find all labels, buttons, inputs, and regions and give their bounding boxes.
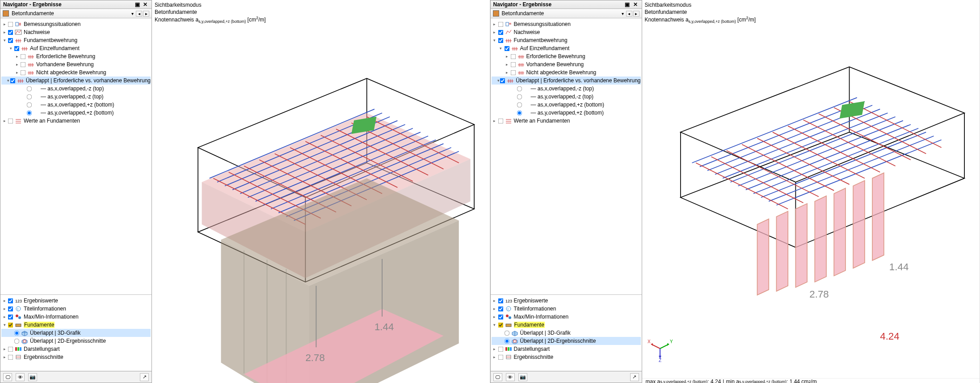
nav-next-button[interactable]: ▸ xyxy=(633,11,639,17)
checkbox[interactable] xyxy=(498,354,503,360)
checkbox[interactable] xyxy=(498,298,503,303)
nav-prev-button[interactable]: ◂ xyxy=(136,11,142,17)
chevron-down-icon[interactable]: ▾ xyxy=(622,11,624,16)
radio[interactable] xyxy=(517,86,522,91)
checkbox[interactable] xyxy=(510,62,516,67)
radio[interactable] xyxy=(27,86,32,91)
radio[interactable] xyxy=(517,102,522,107)
checkbox[interactable] xyxy=(21,62,26,67)
twisty-icon[interactable]: ▸ xyxy=(14,54,20,59)
close-icon[interactable]: ✕ xyxy=(142,1,149,8)
viewport-canvas-2d[interactable]: 2.78 1.44 4.24 X Y Z xyxy=(642,25,980,378)
tree-item-radio-3[interactable]: — as,x,overlapped,+z (bottom) xyxy=(492,101,641,109)
checkbox[interactable] xyxy=(504,46,509,51)
twisty-icon[interactable]: ▸ xyxy=(14,70,20,75)
tree-item-radio-2[interactable]: — as,y,overlapped,-z (top) xyxy=(1,93,151,101)
tree-item-werte[interactable]: ▸Werte an Fundamenten xyxy=(492,117,641,125)
eye-button[interactable]: 👁 xyxy=(506,373,515,381)
misc-button[interactable]: ↗ xyxy=(140,373,149,381)
radio[interactable] xyxy=(504,338,509,344)
checkbox[interactable] xyxy=(8,30,13,35)
checkbox[interactable] xyxy=(498,346,503,352)
tree-item-radio-1[interactable]: — as,x,overlapped,-z (top) xyxy=(1,85,151,93)
checkbox[interactable] xyxy=(8,298,13,303)
radio[interactable] xyxy=(504,330,509,336)
checkbox[interactable] xyxy=(8,322,13,328)
twisty-icon[interactable]: ▸ xyxy=(1,119,8,123)
screenshot-button[interactable]: 🖵 xyxy=(3,373,12,381)
checkbox[interactable] xyxy=(8,38,13,43)
checkbox[interactable] xyxy=(21,54,26,59)
tree-item-radio-4[interactable]: — as,y,overlapped,+z (bottom) xyxy=(1,109,151,117)
checkbox[interactable] xyxy=(8,21,13,27)
tree-item-titelinfo[interactable]: ▸iTitelinformationen xyxy=(492,305,641,313)
tree-item-ueberlappt[interactable]: ▾ Überlappt | Erforderliche vs. vorhande… xyxy=(1,77,151,85)
tree-item-3d[interactable]: Überlappt | 3D-Grafik xyxy=(1,329,151,337)
twisty-icon[interactable]: ▾ xyxy=(1,38,8,43)
checkbox[interactable] xyxy=(498,322,503,328)
camera-button[interactable]: 📷 xyxy=(518,373,527,381)
tree-item-bemessung[interactable]: ▸Bemessungssituationen xyxy=(492,20,641,28)
twisty-icon[interactable]: ▾ xyxy=(7,78,9,83)
twisty-icon[interactable]: ▸ xyxy=(1,306,8,311)
nav-next-button[interactable]: ▸ xyxy=(143,11,149,17)
checkbox[interactable] xyxy=(498,30,503,35)
twisty-icon[interactable]: ▸ xyxy=(14,62,20,67)
checkbox[interactable] xyxy=(14,46,20,51)
tree-item-titelinfo[interactable]: ▸ i Titelinformationen xyxy=(1,305,151,313)
tree-item-maxmin[interactable]: ▸Max/Min-Informationen xyxy=(492,313,641,321)
twisty-icon[interactable]: ▸ xyxy=(1,30,8,34)
tree-item-darstell[interactable]: ▸ Darstellungsart xyxy=(1,345,151,353)
twisty-icon[interactable]: ▾ xyxy=(8,46,14,51)
checkbox[interactable] xyxy=(498,21,503,27)
checkbox[interactable] xyxy=(498,38,503,43)
tree-item-ergschnitte[interactable]: ▸Ergebnisschnitte xyxy=(492,353,641,361)
checkbox[interactable] xyxy=(21,70,26,75)
tree-item-nachweise[interactable]: ▸ Nachweise xyxy=(1,28,151,36)
checkbox[interactable] xyxy=(510,54,516,59)
checkbox[interactable] xyxy=(8,354,13,360)
radio[interactable] xyxy=(14,338,20,344)
misc-button[interactable]: ↗ xyxy=(630,373,639,381)
checkbox[interactable] xyxy=(510,70,516,75)
tree-item-bemessung[interactable]: ▸ Bemessungssituationen xyxy=(1,20,151,28)
checkbox[interactable] xyxy=(10,78,15,83)
checkbox[interactable] xyxy=(8,346,13,352)
tree-item-werte[interactable]: ▸ Werte an Fundamenten xyxy=(1,117,151,125)
tree-item-vor-bew[interactable]: ▸Vorhandene Bewehrung xyxy=(492,60,641,68)
tree-item-maxmin[interactable]: ▸ Max/Min-Informationen xyxy=(1,313,151,321)
radio[interactable] xyxy=(517,110,522,115)
tree-item-ueberlappt[interactable]: ▾Überlappt | Erforderliche vs. vorhanden… xyxy=(492,77,641,85)
pin-icon[interactable]: ▣ xyxy=(134,1,141,8)
radio[interactable] xyxy=(27,102,32,107)
tree-item-fundamente[interactable]: ▾Fundamente xyxy=(492,321,641,329)
tree-item-2d[interactable]: Überlappt | 2D-Ergebnisschnitte xyxy=(492,337,641,345)
camera-button[interactable]: 📷 xyxy=(28,373,37,381)
close-icon[interactable]: ✕ xyxy=(632,1,639,8)
tree-item-3d[interactable]: Überlappt | 3D-Grafik xyxy=(492,329,641,337)
checkbox[interactable] xyxy=(500,78,505,83)
category-dropdown[interactable]: Betonfundamente ▾ ◂ ▸ xyxy=(491,9,642,18)
tree-item-radio-3[interactable]: — as,x,overlapped,+z (bottom) xyxy=(1,101,151,109)
tree-item-fundamente[interactable]: ▾ Fundamente xyxy=(1,321,151,329)
checkbox[interactable] xyxy=(498,306,503,311)
radio[interactable] xyxy=(27,94,32,99)
chevron-down-icon[interactable]: ▾ xyxy=(131,11,134,16)
checkbox[interactable] xyxy=(498,118,503,123)
tree-item-erf-bew[interactable]: ▸Erforderliche Bewehrung xyxy=(492,52,641,60)
tree-item-ergebniswerte[interactable]: ▸ 123 Ergebniswerte xyxy=(1,297,151,305)
twisty-icon[interactable]: ▾ xyxy=(1,323,8,327)
tree-item-radio-1[interactable]: — as,x,overlapped,-z (top) xyxy=(492,85,641,93)
twisty-icon[interactable]: ▸ xyxy=(1,315,8,319)
tree-item-auf-einzel[interactable]: ▾ Auf Einzelfundament xyxy=(1,44,151,52)
tree-item-radio-2[interactable]: — as,y,overlapped,-z (top) xyxy=(492,93,641,101)
tree-item-darstell[interactable]: ▸Darstellungsart xyxy=(492,345,641,353)
checkbox[interactable] xyxy=(8,118,13,123)
tree-item-fundbew[interactable]: ▾ Fundamentbewehrung xyxy=(1,36,151,44)
tree-item-nachweise[interactable]: ▸Nachweise xyxy=(492,28,641,36)
tree-item-erf-bew[interactable]: ▸ Erforderliche Bewehrung xyxy=(1,52,151,60)
tree-item-vor-bew[interactable]: ▸ Vorhandene Bewehrung xyxy=(1,60,151,68)
checkbox[interactable] xyxy=(8,306,13,311)
twisty-icon[interactable]: ▸ xyxy=(1,355,8,359)
twisty-icon[interactable]: ▸ xyxy=(1,22,8,26)
